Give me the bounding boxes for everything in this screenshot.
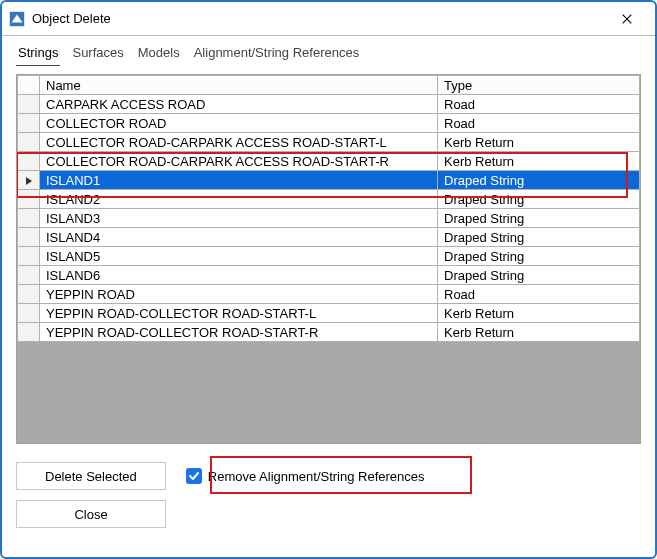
app-icon bbox=[8, 10, 26, 28]
row-selector[interactable] bbox=[18, 133, 40, 152]
cell-name[interactable]: COLLECTOR ROAD-CARPARK ACCESS ROAD-START… bbox=[40, 133, 438, 152]
row-selector[interactable] bbox=[18, 247, 40, 266]
col-type[interactable]: Type bbox=[438, 76, 640, 95]
check-icon bbox=[186, 468, 202, 484]
cell-name[interactable]: ISLAND4 bbox=[40, 228, 438, 247]
row-selector-header bbox=[18, 76, 40, 95]
row-selector[interactable] bbox=[18, 114, 40, 133]
table-row[interactable]: CARPARK ACCESS ROADRoad bbox=[18, 95, 640, 114]
row-selector[interactable] bbox=[18, 228, 40, 247]
actions-row: Delete Selected Remove Alignment/String … bbox=[16, 462, 641, 490]
tab-surfaces[interactable]: Surfaces bbox=[70, 42, 125, 66]
cell-type[interactable]: Draped String bbox=[438, 228, 640, 247]
table: Name Type CARPARK ACCESS ROADRoadCOLLECT… bbox=[17, 75, 640, 342]
col-name[interactable]: Name bbox=[40, 76, 438, 95]
window-title: Object Delete bbox=[32, 11, 607, 26]
grid-panel: Name Type CARPARK ACCESS ROADRoadCOLLECT… bbox=[16, 74, 641, 444]
table-row[interactable]: ISLAND5Draped String bbox=[18, 247, 640, 266]
row-selector[interactable] bbox=[18, 323, 40, 342]
row-selector[interactable] bbox=[18, 95, 40, 114]
cell-type[interactable]: Kerb Return bbox=[438, 323, 640, 342]
cell-name[interactable]: COLLECTOR ROAD bbox=[40, 114, 438, 133]
table-row[interactable]: COLLECTOR ROAD-CARPARK ACCESS ROAD-START… bbox=[18, 133, 640, 152]
table-row[interactable]: ISLAND2Draped String bbox=[18, 190, 640, 209]
cell-name[interactable]: YEPPIN ROAD-COLLECTOR ROAD-START-L bbox=[40, 304, 438, 323]
tab-bar: Strings Surfaces Models Alignment/String… bbox=[2, 36, 655, 66]
row-selector[interactable] bbox=[18, 285, 40, 304]
cell-name[interactable]: YEPPIN ROAD-COLLECTOR ROAD-START-R bbox=[40, 323, 438, 342]
cell-type[interactable]: Draped String bbox=[438, 247, 640, 266]
cell-name[interactable]: ISLAND2 bbox=[40, 190, 438, 209]
cell-type[interactable]: Draped String bbox=[438, 209, 640, 228]
table-row[interactable]: ISLAND1Draped String bbox=[18, 171, 640, 190]
cell-type[interactable]: Draped String bbox=[438, 266, 640, 285]
cell-name[interactable]: YEPPIN ROAD bbox=[40, 285, 438, 304]
row-selector[interactable] bbox=[18, 190, 40, 209]
cell-type[interactable]: Road bbox=[438, 114, 640, 133]
table-row[interactable]: YEPPIN ROAD-COLLECTOR ROAD-START-LKerb R… bbox=[18, 304, 640, 323]
cell-name[interactable]: CARPARK ACCESS ROAD bbox=[40, 95, 438, 114]
row-indicator-icon bbox=[26, 177, 32, 185]
row-selector[interactable] bbox=[18, 304, 40, 323]
table-row[interactable]: ISLAND6Draped String bbox=[18, 266, 640, 285]
tab-models[interactable]: Models bbox=[136, 42, 182, 66]
row-selector[interactable] bbox=[18, 171, 40, 190]
close-icon[interactable] bbox=[607, 5, 647, 33]
table-row[interactable]: ISLAND4Draped String bbox=[18, 228, 640, 247]
tab-alignment-refs[interactable]: Alignment/String References bbox=[192, 42, 361, 66]
row-selector[interactable] bbox=[18, 266, 40, 285]
cell-name[interactable]: ISLAND6 bbox=[40, 266, 438, 285]
cell-type[interactable]: Kerb Return bbox=[438, 304, 640, 323]
cell-type[interactable]: Kerb Return bbox=[438, 133, 640, 152]
tab-strings[interactable]: Strings bbox=[16, 42, 60, 66]
delete-selected-button[interactable]: Delete Selected bbox=[16, 462, 166, 490]
row-selector[interactable] bbox=[18, 152, 40, 171]
cell-name[interactable]: ISLAND1 bbox=[40, 171, 438, 190]
table-row[interactable]: ISLAND3Draped String bbox=[18, 209, 640, 228]
table-row[interactable]: YEPPIN ROADRoad bbox=[18, 285, 640, 304]
cell-type[interactable]: Road bbox=[438, 95, 640, 114]
row-selector[interactable] bbox=[18, 209, 40, 228]
remove-refs-label: Remove Alignment/String References bbox=[208, 469, 425, 484]
close-button[interactable]: Close bbox=[16, 500, 166, 528]
cell-type[interactable]: Draped String bbox=[438, 190, 640, 209]
table-row[interactable]: COLLECTOR ROAD-CARPARK ACCESS ROAD-START… bbox=[18, 152, 640, 171]
titlebar: Object Delete bbox=[2, 2, 655, 36]
cell-type[interactable]: Kerb Return bbox=[438, 152, 640, 171]
cell-type[interactable]: Road bbox=[438, 285, 640, 304]
cell-type[interactable]: Draped String bbox=[438, 171, 640, 190]
table-row[interactable]: COLLECTOR ROADRoad bbox=[18, 114, 640, 133]
remove-refs-checkbox[interactable]: Remove Alignment/String References bbox=[186, 468, 425, 484]
cell-name[interactable]: COLLECTOR ROAD-CARPARK ACCESS ROAD-START… bbox=[40, 152, 438, 171]
table-row[interactable]: YEPPIN ROAD-COLLECTOR ROAD-START-RKerb R… bbox=[18, 323, 640, 342]
table-header-row: Name Type bbox=[18, 76, 640, 95]
cell-name[interactable]: ISLAND3 bbox=[40, 209, 438, 228]
cell-name[interactable]: ISLAND5 bbox=[40, 247, 438, 266]
